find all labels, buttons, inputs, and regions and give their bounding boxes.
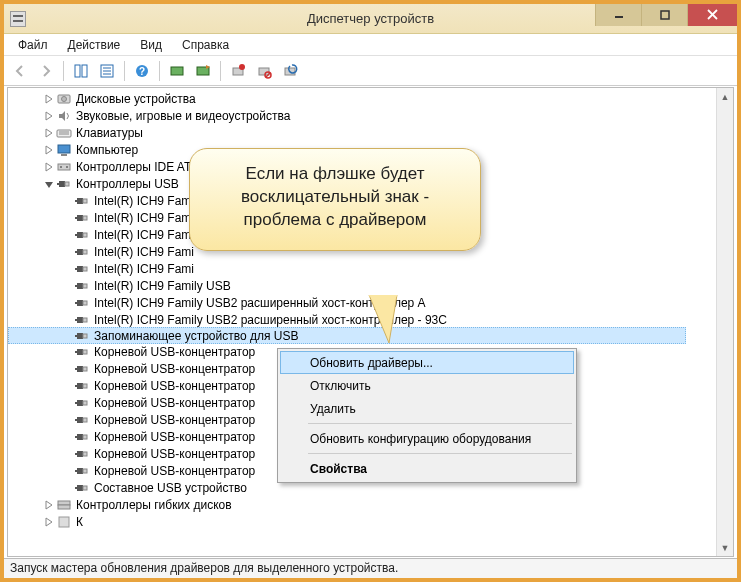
tb-update-icon[interactable]	[191, 59, 215, 83]
menu-file[interactable]: Файл	[8, 36, 58, 54]
tree-item[interactable]: Контроллеры гибких дисков	[8, 496, 716, 513]
context-menu[interactable]: Обновить драйверы...ОтключитьУдалитьОбно…	[277, 348, 577, 483]
svg-rect-81	[77, 468, 83, 474]
svg-rect-48	[77, 283, 83, 289]
context-menu-separator	[308, 453, 572, 454]
expand-icon[interactable]	[42, 517, 56, 527]
usb-icon	[74, 328, 90, 344]
svg-rect-66	[77, 383, 83, 389]
context-menu-item[interactable]: Удалить	[280, 397, 574, 420]
svg-rect-60	[77, 349, 83, 355]
svg-rect-31	[65, 182, 69, 186]
tree-item-label: К	[76, 515, 83, 529]
tree-item-label: Корневой USB-концентратор	[94, 362, 255, 376]
tree-item-label: Корневой USB-концентратор	[94, 430, 255, 444]
expand-icon[interactable]	[42, 145, 56, 155]
context-menu-item[interactable]: Отключить	[280, 374, 574, 397]
titlebar[interactable]: Диспетчер устройств	[4, 4, 737, 34]
menu-view[interactable]: Вид	[130, 36, 172, 54]
svg-point-29	[66, 166, 68, 168]
svg-rect-37	[83, 216, 87, 220]
sound-icon	[56, 108, 72, 124]
tree-item-label: Intel(R) ICH9 Fami	[94, 228, 194, 242]
usb-icon	[74, 344, 90, 360]
svg-rect-61	[83, 350, 87, 354]
svg-rect-75	[77, 434, 83, 440]
tb-disable-icon[interactable]	[252, 59, 276, 83]
usb-icon	[74, 227, 90, 243]
svg-point-15	[239, 64, 245, 70]
device-manager-window: Диспетчер устройств Файл Действие Вид Сп…	[4, 4, 737, 578]
svg-rect-89	[59, 517, 69, 527]
svg-rect-52	[83, 301, 87, 305]
computer-icon	[56, 142, 72, 158]
svg-rect-43	[83, 250, 87, 254]
tree-item-label: Компьютер	[76, 143, 138, 157]
expand-icon[interactable]	[42, 111, 56, 121]
tree-item[interactable]: Клавиатуры	[8, 124, 716, 141]
svg-rect-78	[77, 451, 83, 457]
tree-item[interactable]: Intel(R) ICH9 Family USB	[8, 277, 716, 294]
scroll-down-icon[interactable]: ▼	[717, 539, 733, 556]
svg-rect-64	[83, 367, 87, 371]
svg-point-21	[62, 96, 67, 101]
tree-item-label: Контроллеры IDE ATA	[76, 160, 198, 174]
context-menu-item[interactable]: Обновить конфигурацию оборудования	[280, 427, 574, 450]
tb-properties-icon[interactable]	[95, 59, 119, 83]
window-title: Диспетчер устройств	[4, 11, 737, 26]
tb-scan-icon[interactable]	[165, 59, 189, 83]
scroll-up-icon[interactable]: ▲	[717, 88, 733, 105]
tree-item[interactable]: Intel(R) ICH9 Fami	[8, 260, 716, 277]
svg-rect-49	[83, 284, 87, 288]
usb-icon	[56, 176, 72, 192]
tree-item[interactable]: К	[8, 513, 716, 530]
context-menu-item[interactable]: Свойства	[280, 457, 574, 480]
tb-uninstall-icon[interactable]	[226, 59, 250, 83]
status-text: Запуск мастера обновления драйверов для …	[10, 561, 398, 575]
tree-item-label: Контроллеры USB	[76, 177, 179, 191]
menu-action[interactable]: Действие	[58, 36, 131, 54]
usb-icon	[74, 261, 90, 277]
expand-icon[interactable]	[42, 128, 56, 138]
tb-show-hide-icon[interactable]	[69, 59, 93, 83]
svg-rect-12	[171, 67, 183, 75]
tree-item[interactable]: Дисковые устройства	[8, 90, 716, 107]
svg-rect-67	[83, 384, 87, 388]
tb-forward-icon[interactable]	[34, 59, 58, 83]
svg-rect-42	[77, 249, 83, 255]
callout-text: Если на флэшке будет восклицательный зна…	[241, 164, 429, 229]
other-icon	[56, 514, 72, 530]
tb-help-icon[interactable]: ?	[130, 59, 154, 83]
collapse-icon[interactable]	[42, 179, 56, 189]
svg-text:?: ?	[139, 66, 145, 77]
svg-rect-88	[58, 505, 70, 509]
svg-rect-33	[77, 198, 83, 204]
tree-item-label: Корневой USB-концентратор	[94, 447, 255, 461]
disk-icon	[56, 91, 72, 107]
usb-icon	[74, 244, 90, 260]
expand-icon[interactable]	[42, 94, 56, 104]
tree-item-label: Intel(R) ICH9 Fami	[94, 194, 194, 208]
expand-icon[interactable]	[42, 500, 56, 510]
usb-icon	[74, 295, 90, 311]
svg-rect-40	[83, 233, 87, 237]
tree-item-label: Дисковые устройства	[76, 92, 196, 106]
svg-rect-73	[83, 418, 87, 422]
menu-help[interactable]: Справка	[172, 36, 239, 54]
usb-icon	[74, 412, 90, 428]
tree-item-label: Intel(R) ICH9 Fami	[94, 211, 194, 225]
svg-rect-87	[58, 501, 70, 505]
svg-rect-51	[77, 300, 83, 306]
context-menu-item[interactable]: Обновить драйверы...	[280, 351, 574, 374]
tree-item[interactable]: Звуковые, игровые и видеоустройства	[8, 107, 716, 124]
svg-rect-70	[83, 401, 87, 405]
tree-item[interactable]: Запоминающее устройство для USB	[8, 327, 686, 344]
vertical-scrollbar[interactable]: ▲ ▼	[716, 88, 733, 556]
tree-item-label: Корневой USB-концентратор	[94, 413, 255, 427]
svg-rect-69	[77, 400, 83, 406]
tb-back-icon[interactable]	[8, 59, 32, 83]
expand-icon[interactable]	[42, 162, 56, 172]
svg-rect-55	[83, 318, 87, 322]
tb-refresh-icon[interactable]	[278, 59, 302, 83]
svg-rect-54	[77, 317, 83, 323]
